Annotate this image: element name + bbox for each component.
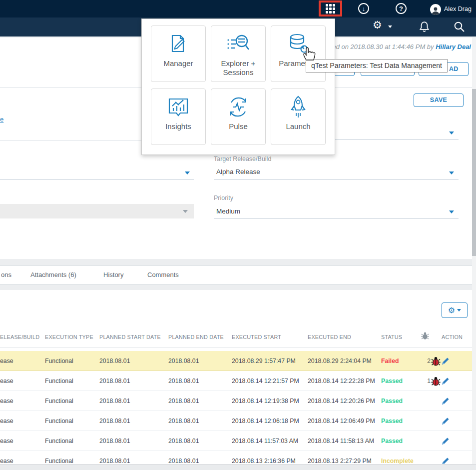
target-release-value[interactable]: Alpha Release bbox=[216, 168, 260, 176]
bug-cell[interactable]: 1 bbox=[413, 371, 441, 391]
cell-executed-start: 2018.08.13 2:16:36 PM bbox=[232, 451, 306, 464]
cell-release: ease bbox=[0, 351, 41, 371]
pulse-heartbeat-icon bbox=[227, 95, 250, 119]
table-header-divider bbox=[0, 347, 472, 348]
status-label: Passed bbox=[381, 371, 417, 391]
table-row[interactable]: ease Functional 2018.08.01 2018.08.01 20… bbox=[0, 351, 472, 371]
col-action[interactable]: ACTION bbox=[442, 334, 463, 340]
tab-attachments[interactable]: Attachments (6) bbox=[30, 266, 76, 284]
dropdown-caret-icon[interactable] bbox=[449, 132, 454, 134]
edit-pencil-icon[interactable] bbox=[442, 411, 462, 431]
status-label: Failed bbox=[381, 351, 417, 371]
app-tile-parameters[interactable]: Parameters bbox=[271, 26, 326, 82]
user-name[interactable]: Alex Drag bbox=[444, 6, 472, 12]
col-planned-start[interactable]: PLANNED START DATE bbox=[99, 334, 161, 340]
priority-value[interactable]: Medium bbox=[216, 208, 240, 215]
cell-executed-end: 2018.08.14 12:20:26 PM bbox=[308, 391, 379, 411]
cell-release: ease bbox=[0, 411, 41, 431]
app-tile-label: Launch bbox=[286, 122, 310, 131]
bug-indicator bbox=[431, 376, 441, 386]
cell-planned-start: 2018.08.01 bbox=[99, 391, 165, 411]
bug-cell[interactable] bbox=[413, 411, 441, 431]
priority-label: Priority bbox=[214, 194, 233, 202]
col-executed-end[interactable]: EXECUTED END bbox=[308, 334, 351, 340]
status-label: Passed bbox=[381, 431, 417, 451]
col-release-build[interactable]: ELEASE/BUILD bbox=[0, 334, 39, 340]
disabled-dropdown-field bbox=[0, 204, 194, 218]
parameters-tooltip: qTest Parameters: Test Data Management bbox=[306, 59, 448, 72]
settings-caret-icon[interactable] bbox=[388, 26, 392, 28]
execution-history-panel: ⚙ ELEASE/BUILD EXECUTION TYPE PLANNED ST… bbox=[0, 290, 472, 464]
app-tile-label: Pulse bbox=[229, 122, 248, 131]
updated-by-link[interactable]: Hillary Deal bbox=[436, 43, 471, 50]
app-tile-launch[interactable]: Launch bbox=[271, 88, 326, 145]
cell-execution-type: Functional bbox=[45, 431, 98, 451]
edit-pencil-icon[interactable] bbox=[442, 431, 462, 451]
app-tile-manager[interactable]: Manager bbox=[151, 26, 206, 82]
red-highlight-box bbox=[319, 0, 342, 16]
bug-cell[interactable] bbox=[413, 451, 441, 464]
bug-cell[interactable] bbox=[413, 391, 441, 411]
bug-cell[interactable]: 2 bbox=[413, 351, 441, 371]
settings-gear-icon[interactable]: ⚙ bbox=[373, 20, 382, 30]
app-launcher-panel: Manager Explorer + Sessions bbox=[141, 18, 335, 155]
cell-executed-end: 2018.08.13 2:27:29 PM bbox=[308, 451, 379, 464]
table-settings-button[interactable]: ⚙ bbox=[442, 302, 468, 318]
download-icon[interactable]: ↓ bbox=[358, 3, 369, 14]
col-status[interactable]: STATUS bbox=[381, 334, 402, 340]
notifications-bell-icon[interactable] bbox=[419, 21, 430, 32]
edit-pencil-icon[interactable] bbox=[442, 451, 462, 464]
edit-pencil-icon[interactable] bbox=[442, 351, 462, 371]
cell-execution-type: Functional bbox=[45, 371, 98, 391]
app-tile-explorer-sessions[interactable]: Explorer + Sessions bbox=[211, 26, 266, 82]
col-planned-end[interactable]: PLANNED END DATE bbox=[168, 334, 224, 340]
table-row[interactable]: ease Functional 2018.08.01 2018.08.01 20… bbox=[0, 391, 472, 411]
edit-pencil-icon[interactable] bbox=[442, 391, 462, 411]
cell-executed-start: 2018.08.14 12:06:18 PM bbox=[232, 411, 306, 431]
last-updated-text: dated on 2018.08.30 at 1:44:46 PM by Hil… bbox=[323, 43, 471, 50]
caret-down-icon bbox=[457, 309, 461, 312]
left-field-caret-icon[interactable] bbox=[185, 172, 190, 174]
app-tile-insights[interactable]: Insights bbox=[151, 88, 206, 145]
person-icon bbox=[431, 6, 440, 15]
cell-executed-end: 2018.08.14 11:58:13 AM bbox=[308, 431, 379, 451]
cell-execution-type: Functional bbox=[45, 351, 98, 371]
vertical-scrollbar-thumb[interactable] bbox=[472, 89, 476, 256]
avatar[interactable] bbox=[430, 4, 441, 15]
target-release-caret-icon[interactable] bbox=[449, 172, 454, 174]
table-row[interactable]: ease Functional 2018.08.01 2018.08.01 20… bbox=[0, 451, 472, 464]
truncated-link[interactable]: e bbox=[0, 116, 3, 123]
tab-comments[interactable]: Comments bbox=[147, 266, 179, 284]
edit-pencil-icon[interactable] bbox=[442, 371, 462, 391]
cell-planned-end: 2018.08.01 bbox=[168, 351, 229, 371]
col-executed-start[interactable]: EXECUTED START bbox=[232, 334, 281, 340]
horizontal-scrollbar-track[interactable] bbox=[0, 464, 476, 470]
cell-executed-end: 2018.08.14 12:22:28 PM bbox=[308, 371, 379, 391]
tab-truncated[interactable]: ons bbox=[1, 266, 11, 284]
status-label: Passed bbox=[381, 391, 417, 411]
table-body: ease Functional 2018.08.01 2018.08.01 20… bbox=[0, 351, 472, 464]
table-row[interactable]: ease Functional 2018.08.01 2018.08.01 20… bbox=[0, 431, 472, 451]
app-tile-pulse[interactable]: Pulse bbox=[211, 88, 266, 145]
save-button[interactable]: SAVE bbox=[414, 94, 464, 107]
top-nav-bar: ↓ ? Alex Drag bbox=[0, 0, 476, 18]
cell-executed-start: 2018.08.14 12:21:57 PM bbox=[232, 371, 306, 391]
disabled-caret-icon bbox=[183, 210, 188, 213]
col-defects-bug-icon[interactable] bbox=[421, 332, 429, 340]
table-row[interactable]: ease Functional 2018.08.01 2018.08.01 20… bbox=[0, 411, 472, 431]
table-row[interactable]: ease Functional 2018.08.01 2018.08.01 20… bbox=[0, 371, 472, 391]
tab-history[interactable]: History bbox=[103, 266, 123, 284]
cell-release: ease bbox=[0, 431, 41, 451]
cell-release: ease bbox=[0, 451, 41, 464]
app-grid-icon[interactable] bbox=[326, 4, 335, 14]
app-tile-label: Insights bbox=[165, 122, 191, 131]
priority-caret-icon[interactable] bbox=[449, 210, 454, 214]
cell-planned-end: 2018.08.01 bbox=[168, 411, 229, 431]
search-icon[interactable] bbox=[454, 21, 465, 32]
bug-cell[interactable] bbox=[413, 431, 441, 451]
help-icon[interactable]: ? bbox=[396, 3, 407, 14]
col-execution-type[interactable]: EXECUTION TYPE bbox=[45, 334, 93, 340]
cell-executed-start: 2018.08.14 12:19:38 PM bbox=[232, 391, 306, 411]
cell-planned-start: 2018.08.01 bbox=[99, 431, 165, 451]
explorer-list-magnifier-icon bbox=[227, 32, 250, 56]
